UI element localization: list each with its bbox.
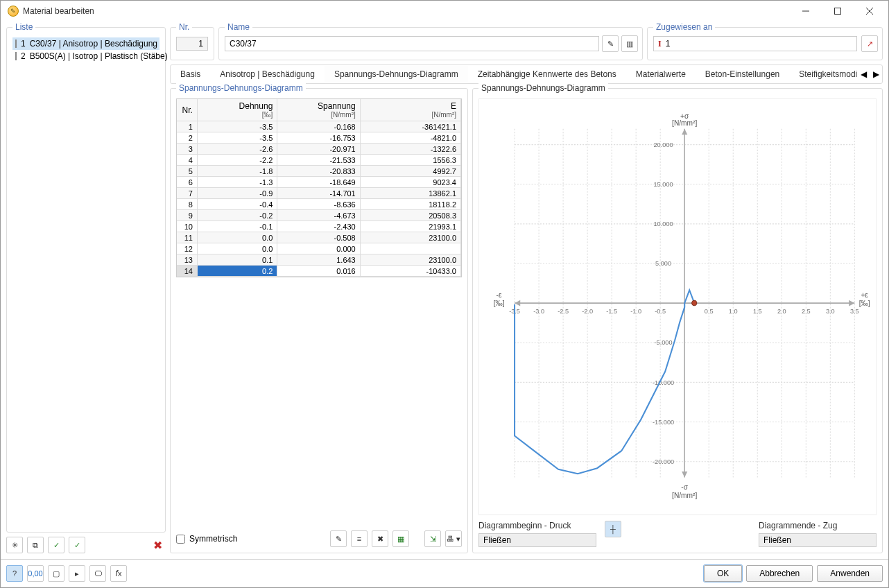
table-row[interactable]: 5-1.8-20.8334992.7 (177, 166, 461, 177)
titlebar: ✎ Material bearbeiten (1, 1, 888, 21)
table-row[interactable]: 3-2.6-20.971-1322.6 (177, 144, 461, 155)
svg-text:10.000: 10.000 (654, 220, 673, 227)
col-e: E (365, 101, 456, 111)
table-row[interactable]: 7-0.9-14.70113862.1 (177, 188, 461, 199)
assigned-panel: Zugewiesen an I 1 ↗ (647, 27, 883, 60)
copy-icon[interactable]: ⧉ (27, 537, 44, 553)
chart-panel: Spannungs-Dehnungs-Diagramm -3.5-3.0-2.5… (472, 88, 883, 553)
svg-text:[N/mm²]: [N/mm²] (672, 119, 697, 127)
svg-text:-10.000: -10.000 (653, 378, 674, 386)
row-delete-icon[interactable]: ✖ (372, 530, 388, 547)
view-monitor-icon[interactable]: 🖵 (89, 565, 106, 582)
svg-marker-27 (849, 300, 854, 306)
diagram-end-label: Diagrammende - Zug (759, 521, 877, 530)
nr-panel: Nr. 1 (170, 27, 214, 60)
material-color-swatch (15, 52, 17, 60)
tab[interactable]: Materialwerte (626, 64, 696, 84)
diagram-center-icon[interactable]: ┼ (605, 521, 621, 537)
svg-text:1.0: 1.0 (729, 307, 738, 315)
svg-text:-0.5: -0.5 (655, 307, 666, 315)
table-row[interactable]: 4-2.2-21.5331556.3 (177, 155, 461, 166)
svg-text:-1.5: -1.5 (606, 307, 617, 315)
table-row[interactable]: 10-0.1-2.43021993.1 (177, 221, 461, 232)
svg-text:15.000: 15.000 (654, 180, 673, 188)
diagram-start-value[interactable]: Fließen (478, 533, 596, 547)
table-row[interactable]: 130.11.64323100.0 (177, 254, 461, 266)
export-icon[interactable]: ⇲ (424, 530, 441, 547)
tab[interactable]: Spannungs-Dehnungs-Diagramm (325, 64, 468, 84)
table-row[interactable]: 1-3.5-0.168-361421.1 (177, 121, 461, 132)
table-row[interactable]: 9-0.2-4.67320508.3 (177, 210, 461, 221)
app-icon: ✎ (8, 6, 19, 17)
maximize-button[interactable] (822, 1, 854, 21)
tab[interactable]: Basis (171, 64, 210, 84)
name-input[interactable] (225, 36, 599, 51)
check-in-icon[interactable]: ✓ (48, 537, 64, 553)
svg-text:[N/mm²]: [N/mm²] (672, 492, 697, 499)
minimize-button[interactable] (790, 1, 822, 21)
table-panel: Spannungs-Dehnungs-Diagramm Nr. Dehnung[… (170, 88, 468, 553)
new-icon[interactable]: ✳ (6, 537, 23, 553)
tabs: BasisAnisotrop | BeschädigungSpannungs-D… (170, 64, 883, 84)
assigned-panel-title: Zugewiesen an (653, 22, 715, 32)
view-fx-icon[interactable]: fx (110, 565, 127, 582)
name-panel: Name ✎ ▥ (218, 27, 643, 60)
table-row[interactable]: 2-3.5-16.753-4821.0 (177, 132, 461, 144)
edit-name-icon[interactable]: ✎ (602, 35, 619, 52)
col-spannung: Spannung (282, 101, 355, 111)
view-square-icon[interactable]: ▢ (48, 565, 64, 582)
table-panel-title: Spannungs-Dehnungs-Diagramm (176, 83, 306, 93)
tab[interactable]: Zeitabhängige Kennwerte des Betons (468, 64, 626, 84)
tab[interactable]: Beton-Einstellungen (696, 64, 789, 84)
name-panel-title: Name (225, 22, 252, 32)
svg-text:-1.0: -1.0 (630, 307, 641, 315)
row-sort-icon[interactable]: ≡ (351, 530, 368, 547)
close-button[interactable] (854, 1, 886, 21)
tab-scroll-left[interactable]: ◀ (857, 69, 870, 79)
svg-text:-5.000: -5.000 (655, 338, 673, 346)
table-row[interactable]: 110.0-0.50823100.0 (177, 232, 461, 243)
svg-text:-2.5: -2.5 (558, 307, 569, 315)
svg-text:2.5: 2.5 (802, 307, 811, 315)
list-panel: Liste 1 C30/37 | Anisotrop | Beschädigun… (6, 27, 166, 533)
pick-icon[interactable]: ↗ (861, 35, 878, 52)
units-icon[interactable]: 0,00 (27, 565, 44, 582)
svg-text:+ε: +ε (861, 291, 868, 298)
delete-icon[interactable]: ✖ (149, 537, 166, 553)
list-item[interactable]: 2 B500S(A) | Isotrop | Plastisch (Stäbe) (12, 50, 159, 62)
table-row[interactable]: 140.20.016-10433.0 (177, 266, 461, 277)
view-flag-icon[interactable]: ▸ (69, 565, 85, 582)
table-row[interactable]: 120.00.000 (177, 243, 461, 254)
print-icon[interactable]: 🖶 ▾ (445, 530, 462, 547)
table-row[interactable]: 6-1.3-18.6499023.4 (177, 177, 461, 188)
tab-scroll-right[interactable]: ▶ (870, 69, 882, 79)
assigned-box[interactable]: I 1 (653, 36, 857, 51)
svg-marker-30 (682, 129, 687, 135)
cancel-button[interactable]: Abbrechen (746, 565, 813, 582)
svg-marker-31 (682, 472, 687, 478)
symmetric-checkbox[interactable]: Symmetrisch (176, 534, 237, 544)
stress-strain-table[interactable]: Nr. Dehnung[‰] Spannung[N/mm²] E[N/mm²] … (176, 98, 462, 277)
list-toolbar: ✳ ⧉ ✓ ✓ ✖ (6, 533, 166, 553)
nr-value: 1 (176, 37, 208, 51)
apply-button[interactable]: Anwenden (817, 565, 883, 582)
svg-text:5.000: 5.000 (655, 259, 671, 267)
ok-button[interactable]: OK (704, 565, 742, 582)
svg-text:-2.0: -2.0 (582, 307, 593, 315)
table-row[interactable]: 8-0.4-8.63618118.2 (177, 199, 461, 210)
chart-panel-title: Spannungs-Dehnungs-Diagramm (478, 83, 608, 93)
svg-point-62 (692, 300, 697, 305)
list-item[interactable]: 1 C30/37 | Anisotrop | Beschädigung (12, 37, 159, 50)
row-edit-icon[interactable]: ✎ (330, 530, 347, 547)
svg-text:[‰]: [‰] (494, 300, 505, 307)
chart-area: -3.5-3.0-2.5-2.0-1.5-1.0-0.50.51.01.52.0… (478, 98, 877, 515)
tab[interactable]: Steifigkeitsmodifizierung (789, 64, 857, 84)
help-icon[interactable]: ? (6, 565, 23, 582)
svg-text:-20.000: -20.000 (653, 458, 674, 465)
check-out-icon[interactable]: ✓ (69, 537, 85, 553)
excel-icon[interactable]: ▦ (392, 530, 409, 547)
diagram-end-value[interactable]: Fließen (759, 533, 877, 547)
svg-rect-1 (835, 8, 841, 15)
tab[interactable]: Anisotrop | Beschädigung (210, 64, 325, 84)
library-icon[interactable]: ▥ (621, 35, 638, 52)
